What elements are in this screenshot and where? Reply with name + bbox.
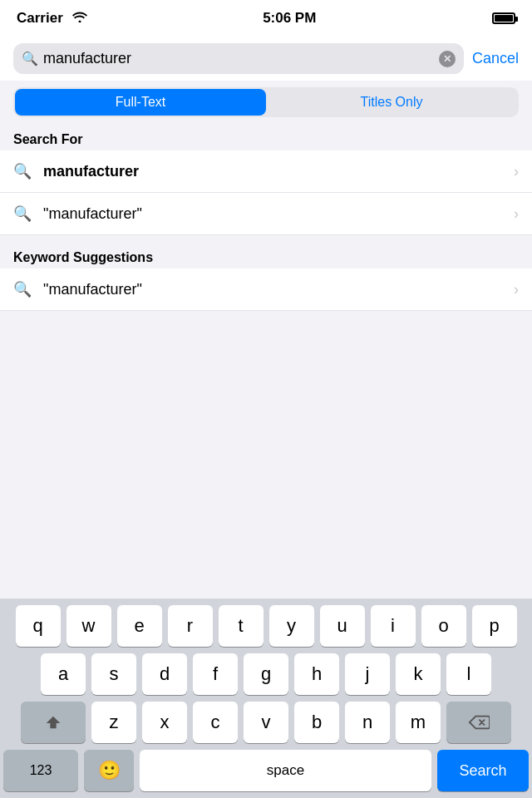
key-emoji[interactable]: 🙂: [84, 750, 134, 791]
key-g[interactable]: g: [244, 653, 288, 695]
segment-titles-only[interactable]: Titles Only: [266, 89, 517, 116]
key-u[interactable]: u: [320, 605, 365, 647]
search-input[interactable]: [43, 50, 434, 67]
key-k[interactable]: k: [396, 653, 441, 695]
search-icon-3: 🔍: [13, 280, 32, 298]
segment-control: Full-Text Titles Only: [13, 87, 519, 117]
search-icon-2: 🔍: [13, 204, 32, 223]
key-r[interactable]: r: [168, 605, 213, 647]
key-j[interactable]: j: [345, 653, 390, 695]
segment-full-text[interactable]: Full-Text: [15, 89, 266, 116]
search-bar: 🔍 ✕ Cancel: [0, 37, 532, 81]
key-m[interactable]: m: [396, 702, 441, 743]
key-v[interactable]: v: [244, 702, 288, 743]
battery-icon: [492, 12, 515, 24]
keyboard-bottom-row: 123 🙂 space Search: [0, 746, 532, 798]
keyword-header: Keyword Suggestions: [0, 242, 532, 268]
key-x[interactable]: x: [142, 702, 187, 743]
key-d[interactable]: d: [142, 653, 187, 695]
key-space[interactable]: space: [140, 750, 431, 791]
key-y[interactable]: y: [269, 605, 314, 647]
search-result-1[interactable]: 🔍 manufacturer ›: [0, 150, 532, 193]
key-l[interactable]: l: [446, 653, 491, 695]
result-text-2: "manufacturer": [43, 205, 502, 223]
keyboard: q w e r t y u i o p a s d f g h j k l: [0, 598, 532, 798]
key-z[interactable]: z: [91, 702, 136, 743]
key-search[interactable]: Search: [437, 750, 529, 791]
key-c[interactable]: c: [193, 702, 238, 743]
status-bar: Carrier 5:06 PM: [0, 0, 532, 37]
key-delete[interactable]: [446, 702, 511, 743]
search-icon: 🔍: [22, 51, 38, 66]
search-result-2[interactable]: 🔍 "manufacturer" ›: [0, 193, 532, 235]
search-for-header: Search For: [0, 124, 532, 150]
key-a[interactable]: a: [41, 653, 86, 695]
key-123[interactable]: 123: [3, 750, 78, 791]
key-f[interactable]: f: [193, 653, 238, 695]
key-w[interactable]: w: [66, 605, 111, 647]
chevron-icon-1: ›: [514, 163, 519, 180]
chevron-icon-3: ›: [514, 281, 519, 298]
key-i[interactable]: i: [371, 605, 416, 647]
key-q[interactable]: q: [16, 605, 61, 647]
cancel-button[interactable]: Cancel: [472, 50, 519, 67]
key-h[interactable]: h: [294, 653, 339, 695]
key-s[interactable]: s: [91, 653, 136, 695]
key-p[interactable]: p: [472, 605, 517, 647]
key-b[interactable]: b: [294, 702, 339, 743]
clear-button[interactable]: ✕: [439, 51, 456, 67]
key-row-3: z x c v b n m: [3, 702, 529, 743]
key-row-2: a s d f g h j k l: [3, 653, 529, 695]
key-o[interactable]: o: [421, 605, 466, 647]
keyword-section: Keyword Suggestions 🔍 "manufacturer" ›: [0, 242, 532, 311]
keyboard-rows: q w e r t y u i o p a s d f g h j k l: [0, 598, 532, 746]
time-label: 5:06 PM: [263, 10, 316, 27]
key-t[interactable]: t: [219, 605, 264, 647]
battery-area: [492, 12, 515, 24]
carrier-label: Carrier: [17, 10, 87, 27]
key-shift[interactable]: [21, 702, 86, 743]
search-input-wrapper[interactable]: 🔍 ✕: [13, 43, 464, 74]
search-icon-1: 🔍: [13, 162, 32, 180]
keyword-result-1[interactable]: 🔍 "manufacturer" ›: [0, 268, 532, 311]
chevron-icon-2: ›: [514, 205, 519, 223]
key-e[interactable]: e: [117, 605, 162, 647]
keyword-text-1: "manufacturer": [43, 281, 502, 298]
key-n[interactable]: n: [345, 702, 390, 743]
result-text-1: manufacturer: [43, 163, 502, 180]
wifi-icon: [72, 10, 87, 26]
key-row-1: q w e r t y u i o p: [3, 605, 529, 647]
